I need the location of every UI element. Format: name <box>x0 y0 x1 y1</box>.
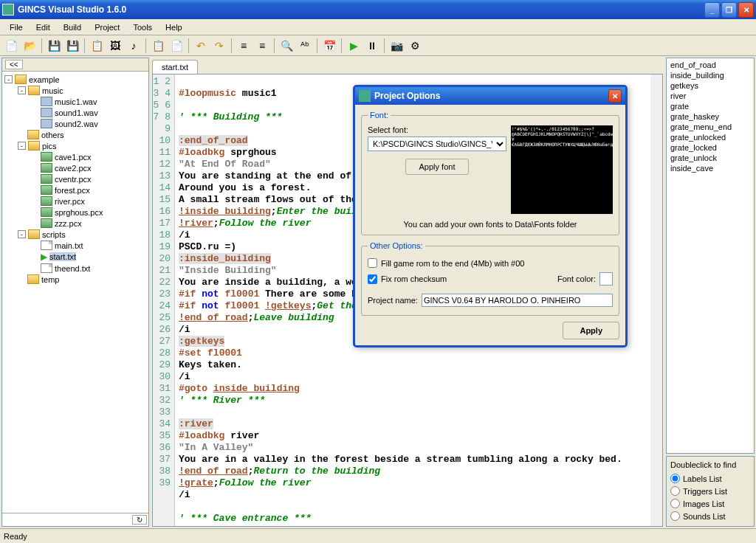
radio-labels[interactable]: Labels List <box>670 472 750 485</box>
minimize-button[interactable]: _ <box>704 2 720 18</box>
file-icon <box>41 241 52 250</box>
radio-triggers[interactable]: Triggers List <box>670 485 750 497</box>
other-group-legend: Other Options: <box>368 241 425 250</box>
folder-icon <box>28 86 40 95</box>
label-item[interactable]: grate_haskey <box>668 111 752 122</box>
dialog-title: Project Options <box>374 91 440 101</box>
sound-icon <box>41 108 52 117</box>
label-item[interactable]: grate <box>668 101 752 111</box>
label-item[interactable]: getkeys <box>668 80 752 91</box>
project-tree-panel: << -example -music music1.wav sound1.wav… <box>1 58 149 527</box>
folder-icon <box>27 130 39 139</box>
font-note: You can add your own fonts to Data\Fonts… <box>368 220 613 229</box>
label-item[interactable]: grate_locked <box>668 142 752 153</box>
image-icon <box>41 196 52 206</box>
expand-icon[interactable]: - <box>18 142 26 150</box>
gear-icon[interactable]: ⚙ <box>407 38 423 54</box>
image-icon <box>41 174 52 184</box>
image-icon <box>41 185 52 195</box>
redo-icon[interactable]: ↷ <box>211 38 227 54</box>
radio-sounds[interactable]: Sounds List <box>670 510 750 522</box>
label-item[interactable]: river <box>668 91 752 101</box>
vertical-scrollbar[interactable] <box>650 75 662 526</box>
copy-icon[interactable]: 📋 <box>150 38 166 54</box>
save-icon[interactable]: 💾 <box>46 38 62 54</box>
menu-help[interactable]: Help <box>159 21 188 33</box>
doc-icon[interactable]: 📋 <box>89 38 105 54</box>
window-titlebar: GINCS Visual Studio 1.6.0 _ ❐ ✕ <box>0 0 756 19</box>
project-name-label: Project name: <box>368 296 418 305</box>
indent-icon[interactable]: ≡ <box>236 38 252 54</box>
labels-list[interactable]: end_of_roadinside_buildinggetkeysrivergr… <box>666 58 755 454</box>
window-title: GINCS Visual Studio 1.6.0 <box>18 4 126 15</box>
folder-icon <box>27 274 39 284</box>
image-icon <box>41 218 52 228</box>
project-options-dialog: Project Options ✕ Font: Select font: K:\… <box>353 85 628 347</box>
menu-build[interactable]: Build <box>58 21 87 33</box>
expand-icon[interactable]: - <box>18 86 26 94</box>
image-icon <box>41 163 52 173</box>
app-icon <box>2 4 14 15</box>
outdent-icon[interactable]: ≡ <box>254 38 270 54</box>
sound-icon <box>41 119 52 128</box>
statusbar: Ready <box>0 528 756 543</box>
font-color-swatch[interactable] <box>599 272 613 286</box>
image-icon <box>41 207 52 217</box>
status-text: Ready <box>4 532 27 541</box>
menu-project[interactable]: Project <box>89 21 126 33</box>
refresh-button[interactable]: ↻ <box>132 515 147 525</box>
menu-edit[interactable]: Edit <box>30 21 56 33</box>
menu-tools[interactable]: Tools <box>127 21 158 33</box>
replace-icon[interactable]: ᴬᵇ <box>297 38 313 54</box>
folder-icon <box>28 229 40 239</box>
label-item[interactable]: grate_unlock <box>668 153 752 163</box>
radio-images[interactable]: Images List <box>670 497 750 510</box>
font-color-label: Font color: <box>557 274 596 283</box>
file-icon <box>41 263 52 273</box>
find-icon[interactable]: 🔍 <box>278 38 295 54</box>
select-font-label: Select font: <box>368 125 506 134</box>
project-tree[interactable]: -example -music music1.wav sound1.wav so… <box>2 72 148 513</box>
saveall-icon[interactable]: 💾 <box>64 38 80 54</box>
expand-icon[interactable]: - <box>18 230 26 238</box>
find-mode-panel: Doubleclick to find Labels List Triggers… <box>666 456 755 527</box>
fix-checksum-checkbox[interactable] <box>368 274 377 284</box>
apply-button[interactable]: Apply <box>563 322 619 339</box>
dialog-icon <box>359 90 371 102</box>
collapse-button[interactable]: << <box>5 60 23 69</box>
project-name-input[interactable] <box>422 294 613 307</box>
folder-icon <box>15 75 27 84</box>
label-item[interactable]: inside_cave <box>668 163 752 173</box>
label-item[interactable]: end_of_road <box>668 60 752 70</box>
pause-icon[interactable]: ⏸ <box>364 38 380 54</box>
expand-icon[interactable]: - <box>4 75 13 83</box>
open-icon[interactable]: 📂 <box>21 38 38 54</box>
undo-icon[interactable]: ↶ <box>193 38 209 54</box>
new-icon[interactable]: 📄 <box>3 38 19 54</box>
font-preview: !"#$%&'()*+,-./0123456789:;<=>?@ABCDEFGH… <box>511 125 613 214</box>
fill-rom-checkbox[interactable] <box>368 258 377 268</box>
line-gutter: 1 2 3 4 5 6 7 8 9 10 11 12 13 14 15 16 1… <box>153 75 175 526</box>
image-icon <box>41 152 52 162</box>
music-icon[interactable]: ♪ <box>126 38 142 54</box>
find-mode-title: Doubleclick to find <box>670 460 750 469</box>
tab-start[interactable]: start.txt <box>152 60 198 74</box>
maximize-button[interactable]: ❐ <box>721 2 737 18</box>
camera-icon[interactable]: 📷 <box>388 38 405 54</box>
label-item[interactable]: inside_building <box>668 70 752 80</box>
calendar-icon[interactable]: 📅 <box>321 38 337 54</box>
run-icon[interactable]: ▶ <box>346 38 362 54</box>
label-item[interactable]: grate_menu_end <box>668 122 752 132</box>
active-file-icon: ▶ <box>41 252 47 262</box>
image-icon[interactable]: 🖼 <box>107 38 123 54</box>
font-select[interactable]: K:\PSCD\GINCS Studio\GINCS_V <box>368 136 506 151</box>
label-item[interactable]: grate_unlocked <box>668 132 752 142</box>
toolbar: 📄 📂 💾 💾 📋 🖼 ♪ 📋 📄 ↶ ↷ ≡ ≡ 🔍 ᴬᵇ 📅 ▶ ⏸ 📷 ⚙ <box>0 35 756 56</box>
paste-icon[interactable]: 📄 <box>168 38 185 54</box>
folder-icon <box>28 141 40 151</box>
dialog-close-button[interactable]: ✕ <box>608 89 622 103</box>
sound-icon <box>41 97 52 106</box>
menu-file[interactable]: File <box>4 21 29 33</box>
close-button[interactable]: ✕ <box>738 2 754 18</box>
apply-font-button[interactable]: Apply font <box>405 159 470 175</box>
